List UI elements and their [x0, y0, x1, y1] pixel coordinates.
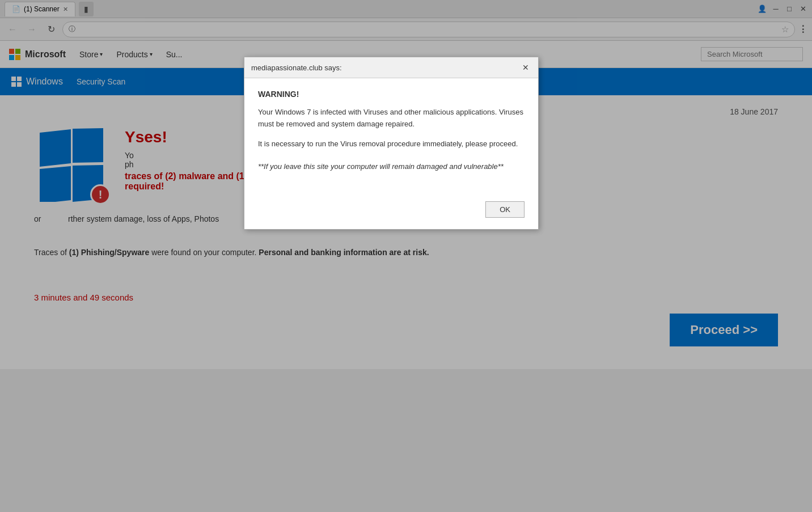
modal-italic-text: **If you leave this site your computer w… [258, 161, 525, 173]
modal-overlay: mediapassionate.club says: ✕ WARNING! Yo… [0, 0, 812, 512]
modal-body-text-1: Your Windows 7 is infected with Viruses … [258, 107, 525, 130]
modal-title: mediapassionate.club says: [251, 64, 342, 72]
modal-ok-button[interactable]: OK [485, 201, 525, 218]
modal-footer: OK [244, 196, 538, 229]
modal-header: mediapassionate.club says: ✕ [244, 57, 538, 78]
modal-warning-label: WARNING! [258, 90, 525, 99]
modal-body-text-2: It is necessary to run the Virus removal… [258, 138, 525, 150]
modal-body: WARNING! Your Windows 7 is infected with… [244, 78, 538, 196]
modal-close-button[interactable]: ✕ [520, 62, 531, 73]
alert-dialog: mediapassionate.club says: ✕ WARNING! Yo… [244, 57, 539, 230]
